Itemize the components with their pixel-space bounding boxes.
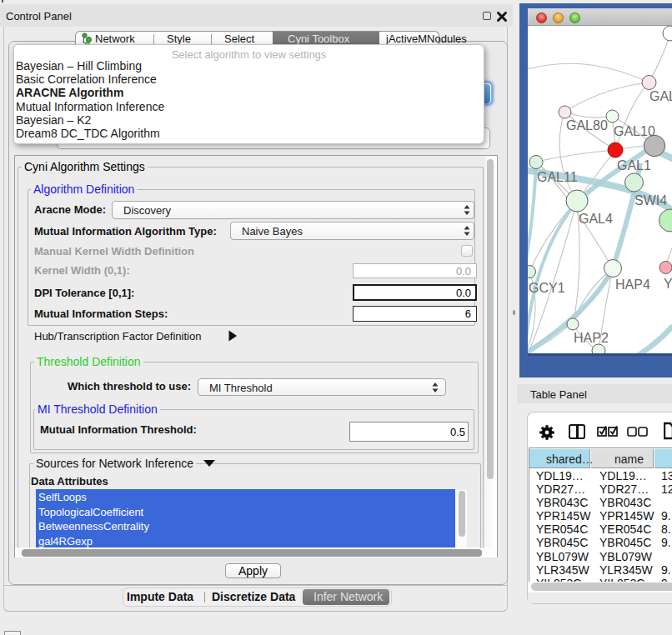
svg-text:GCY1: GCY1 (529, 281, 565, 295)
svg-text:HAP2: HAP2 (574, 331, 609, 345)
svg-text:GAL1: GAL1 (617, 158, 651, 172)
svg-text:HAP4: HAP4 (615, 278, 650, 292)
svg-text:Y: Y (664, 277, 672, 291)
svg-text:GAL10: GAL10 (614, 124, 655, 138)
svg-text:GAL4: GAL4 (579, 212, 613, 226)
svg-text:GAL11: GAL11 (537, 170, 578, 184)
svg-text:SWI4: SWI4 (634, 193, 667, 208)
svg-text:GAL80: GAL80 (566, 118, 608, 132)
svg-text:GAL7: GAL7 (649, 89, 672, 103)
